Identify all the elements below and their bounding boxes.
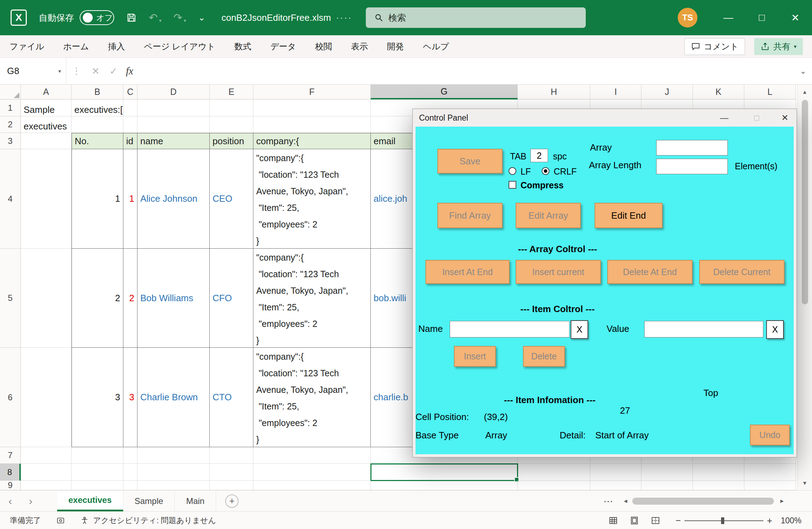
sheet-tab-sample[interactable]: Sample — [123, 491, 175, 511]
tab-spaces-input[interactable] — [530, 149, 548, 162]
cell-E2[interactable] — [210, 116, 253, 133]
zoom-slider-thumb[interactable] — [721, 517, 724, 524]
cell-B9[interactable] — [72, 481, 123, 490]
enter-icon[interactable]: ✓ — [110, 66, 118, 77]
cell-C5[interactable]: 2 — [123, 249, 137, 348]
cell-D8[interactable] — [137, 464, 210, 481]
edit-end-button[interactable]: Edit End — [595, 203, 663, 228]
cell-C1[interactable] — [123, 99, 137, 116]
cell-D7[interactable] — [137, 447, 210, 464]
cell-E7[interactable] — [210, 447, 253, 464]
cell-A4[interactable] — [21, 149, 72, 249]
cell-B2[interactable] — [72, 116, 123, 133]
name-input[interactable] — [450, 321, 570, 338]
select-all-corner[interactable] — [0, 85, 21, 99]
panel-close-button[interactable]: ✕ — [776, 109, 794, 127]
insert-at-end-button[interactable]: Insert At End — [425, 260, 510, 284]
cell-E3[interactable]: position — [210, 133, 253, 149]
cell-C6[interactable]: 3 — [123, 348, 137, 447]
cell-F7[interactable] — [253, 447, 371, 464]
minimize-button[interactable]: — — [712, 0, 745, 35]
sheet-tab-executives[interactable]: executives — [57, 491, 123, 511]
cell-K8[interactable] — [693, 464, 744, 481]
cell-C4[interactable]: 1 — [123, 149, 137, 249]
column-header-B[interactable]: B — [72, 85, 123, 99]
undo-button[interactable]: Undo — [750, 425, 790, 445]
cell-E8[interactable] — [210, 464, 253, 481]
scroll-down-icon[interactable]: ▼ — [802, 480, 807, 486]
control-panel-title-bar[interactable]: Control Panel — [413, 109, 796, 127]
macro-record-icon[interactable] — [56, 516, 65, 525]
save-icon[interactable] — [126, 12, 137, 23]
row-header-8[interactable]: 8 — [0, 464, 21, 481]
cell-E4[interactable]: CEO — [210, 149, 253, 249]
close-button[interactable]: ✕ — [779, 0, 812, 35]
array-length-input[interactable] — [656, 159, 728, 174]
compress-checkbox[interactable] — [509, 181, 516, 189]
column-header-E[interactable]: E — [210, 85, 253, 99]
cell-I8[interactable] — [590, 464, 641, 481]
cell-A3[interactable] — [21, 133, 72, 149]
name-box[interactable]: G8 ▾ — [0, 58, 66, 84]
column-header-L[interactable]: L — [744, 85, 796, 99]
formula-bar-expand-icon[interactable]: ⌄ — [800, 67, 806, 76]
redo-icon[interactable]: ↷▾ — [173, 12, 186, 23]
cell-A2[interactable]: executives — [21, 116, 72, 133]
horizontal-scroll-thumb[interactable] — [632, 498, 774, 505]
cell-A7[interactable] — [21, 447, 72, 464]
cell-E5[interactable]: CFO — [210, 249, 253, 348]
comments-button[interactable]: コメント — [684, 38, 745, 55]
cell-D4[interactable]: Alice Johnson — [137, 149, 210, 249]
page-break-view-icon[interactable] — [651, 516, 660, 525]
column-header-I[interactable]: I — [590, 85, 641, 99]
crlf-radio[interactable] — [542, 167, 549, 175]
cell-E9[interactable] — [210, 481, 253, 490]
column-header-F[interactable]: F — [253, 85, 371, 99]
row-header-6[interactable]: 6 — [0, 348, 21, 447]
row-header-3[interactable]: 3 — [0, 133, 21, 149]
value-input[interactable] — [644, 321, 763, 338]
column-header-A[interactable]: A — [21, 85, 72, 99]
ribbon-tab-4[interactable]: 数式 — [225, 41, 261, 52]
zoom-in-button[interactable]: + — [767, 515, 772, 526]
cell-F3[interactable]: company:{ — [253, 133, 371, 149]
cell-D2[interactable] — [137, 116, 210, 133]
cell-A5[interactable] — [21, 249, 72, 348]
cell-H8[interactable] — [518, 464, 590, 481]
row-header-9[interactable]: 9 — [0, 481, 21, 490]
cell-D1[interactable] — [137, 99, 210, 116]
column-header-C[interactable]: C — [123, 85, 137, 99]
share-button[interactable]: 共有 ▾ — [754, 38, 803, 55]
save-button[interactable]: Save — [437, 149, 503, 174]
column-header-D[interactable]: D — [137, 85, 210, 99]
sheet-tab-main[interactable]: Main — [175, 491, 216, 511]
cell-F4[interactable]: "company":{ "location": "123 Tech Avenue… — [253, 149, 371, 249]
zoom-out-button[interactable]: − — [676, 515, 681, 526]
cell-E6[interactable]: CTO — [210, 348, 253, 447]
row-header-4[interactable]: 4 — [0, 149, 21, 249]
sheet-tab-more-icon[interactable]: ⋯ — [603, 491, 613, 512]
cell-F1[interactable] — [253, 99, 371, 116]
quick-access-customize-icon[interactable]: ⌄ — [198, 13, 205, 22]
cell-K9[interactable] — [693, 481, 744, 490]
column-header-H[interactable]: H — [518, 85, 590, 99]
accessibility-icon[interactable] — [80, 516, 89, 525]
cell-D9[interactable] — [137, 481, 210, 490]
ribbon-tab-9[interactable]: ヘルプ — [413, 41, 459, 52]
cell-C2[interactable] — [123, 116, 137, 133]
cell-J8[interactable] — [641, 464, 693, 481]
cell-C7[interactable] — [123, 447, 137, 464]
ribbon-tab-0[interactable]: ファイル — [0, 41, 54, 52]
scroll-left-icon[interactable]: ◄ — [620, 498, 631, 504]
normal-view-icon[interactable] — [609, 516, 618, 525]
panel-minimize-button[interactable]: — — [715, 109, 733, 127]
search-input[interactable]: 検索 — [366, 7, 586, 28]
ribbon-tab-8[interactable]: 開発 — [377, 41, 413, 52]
scroll-right-icon[interactable]: ► — [777, 498, 787, 504]
cell-E1[interactable] — [210, 99, 253, 116]
zoom-slider[interactable] — [684, 520, 763, 521]
delete-current-button[interactable]: Delete Current — [699, 260, 785, 284]
autosave-toggle[interactable]: オフ — [80, 10, 114, 25]
formula-input[interactable] — [140, 58, 800, 84]
maximize-button[interactable]: □ — [745, 0, 779, 35]
